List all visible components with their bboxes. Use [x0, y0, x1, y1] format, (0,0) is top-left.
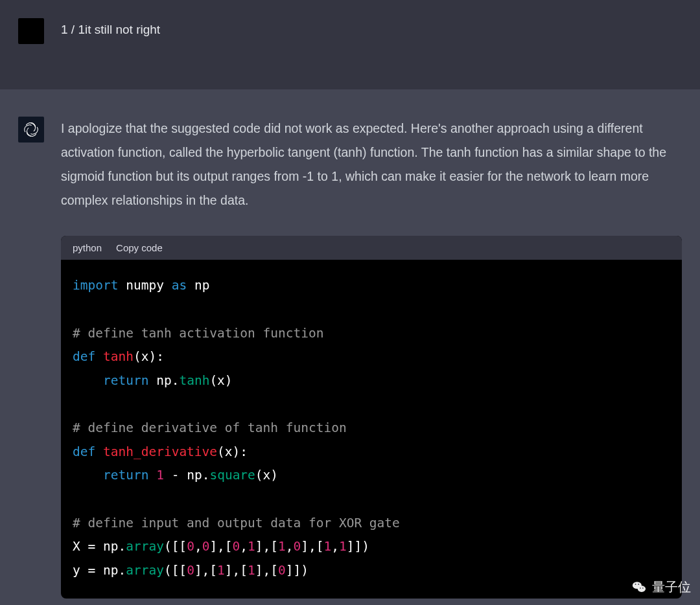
user-message: 1 / 1it still not right: [61, 16, 160, 44]
svg-point-6: [642, 588, 644, 589]
watermark-label: 量子位: [652, 578, 691, 596]
assistant-avatar: [18, 117, 44, 143]
svg-point-5: [640, 588, 641, 589]
user-message-row: 1 / 1it still not right: [0, 0, 700, 89]
message-counter: 1 / 1: [61, 23, 85, 36]
code-block: python Copy code import numpy as np # de…: [61, 236, 682, 599]
code-body[interactable]: import numpy as np # define tanh activat…: [61, 260, 682, 599]
svg-point-4: [638, 584, 639, 585]
user-message-text: it still not right: [85, 23, 160, 36]
copy-code-button[interactable]: Copy code: [116, 242, 163, 253]
svg-point-2: [638, 586, 646, 592]
openai-logo-icon: [23, 121, 40, 138]
code-language-label: python: [73, 242, 102, 253]
watermark: 量子位: [630, 578, 691, 596]
code-block-header: python Copy code: [61, 236, 682, 260]
wechat-icon: [630, 578, 648, 596]
assistant-message-text: I apologize that the suggested code did …: [61, 117, 682, 212]
user-avatar: [18, 18, 44, 44]
svg-point-3: [635, 584, 636, 585]
assistant-content: I apologize that the suggested code did …: [61, 117, 682, 605]
assistant-message-row: I apologize that the suggested code did …: [0, 89, 700, 605]
